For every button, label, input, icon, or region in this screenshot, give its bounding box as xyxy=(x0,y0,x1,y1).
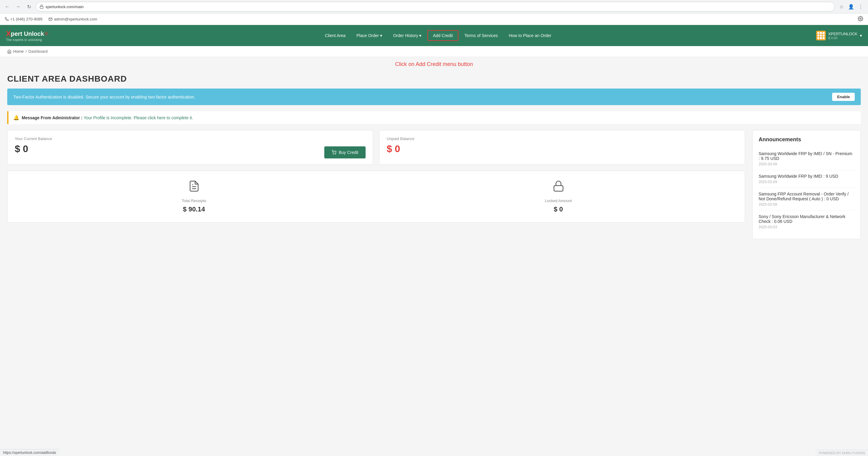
balance-label: Your Current Balance xyxy=(15,136,366,141)
balance-cards: Your Current Balance $ 0 Buy Credit Unpa… xyxy=(7,130,745,165)
twofa-enable-button[interactable]: Enable xyxy=(832,93,855,101)
svg-rect-6 xyxy=(554,186,563,191)
twofa-banner: Two-Factor Authentication is disabled. S… xyxy=(7,89,861,105)
account-info: XPERTUNLOCK $ 0.00 xyxy=(828,32,858,40)
browser-chrome: ← → ↻ xpertunlock.com/main ☆ 👤 ⋮ xyxy=(0,0,868,13)
phone-icon xyxy=(5,17,9,21)
logo-area: X pert Unlock ® The experts in unlocking xyxy=(6,30,48,41)
current-balance-card: Your Current Balance $ 0 Buy Credit xyxy=(7,130,373,165)
balance-amount: $ 0 xyxy=(15,143,28,155)
logo-tagline: The experts in unlocking xyxy=(6,38,48,41)
locked-value: $ 0 xyxy=(554,205,563,213)
breadcrumb-separator: / xyxy=(26,49,27,54)
back-button[interactable]: ← xyxy=(3,2,11,11)
unpaid-label: Unpaid Balance xyxy=(387,136,738,141)
receipts-value: $ 90.14 xyxy=(183,205,205,213)
left-col: Your Current Balance $ 0 Buy Credit Unpa… xyxy=(7,130,745,223)
email-info: admin@xpertunlock.com xyxy=(49,17,97,21)
announcement-item-1: Samsung Worldwide FRP by IMEI / SN - Pre… xyxy=(758,148,855,170)
page-title: CLIENT AREA DASHBOARD xyxy=(7,74,861,84)
top-info-bar: +1 (646) 270-9095 admin@xpertunlock.com xyxy=(0,13,868,25)
logo-pert: pert Unlock xyxy=(11,30,44,37)
forward-button[interactable]: → xyxy=(14,2,22,11)
browser-actions: ☆ 👤 ⋮ xyxy=(837,2,865,11)
settings-icon xyxy=(858,16,863,21)
breadcrumb: Home / Dashboard xyxy=(0,46,868,57)
announcement-item-3: Samsung FRP Account Removal - Order Veri… xyxy=(758,188,855,210)
main-layout: Your Current Balance $ 0 Buy Credit Unpa… xyxy=(7,130,861,239)
balance-card-header: $ 0 Buy Credit xyxy=(15,143,366,158)
profile-button[interactable]: 👤 xyxy=(847,2,855,11)
stats-card: Total Receipts $ 90.14 Locked Amount $ 0 xyxy=(7,171,745,223)
top-info-left: +1 (646) 270-9095 admin@xpertunlock.com xyxy=(5,17,97,21)
nav-order-history[interactable]: Order History ▾ xyxy=(388,31,426,40)
chevron-down-icon: ▾ xyxy=(419,33,421,38)
svg-point-3 xyxy=(335,154,336,154)
nav-account[interactable]: XPERTUNLOCK $ 0.00 ▾ xyxy=(816,31,862,40)
refresh-button[interactable]: ↻ xyxy=(25,2,33,11)
svg-point-2 xyxy=(333,154,333,154)
unpaid-balance-card: Unpaid Balance $ 0 xyxy=(379,130,745,165)
nav-place-order[interactable]: Place Order ▾ xyxy=(352,31,387,40)
bookmark-button[interactable]: ☆ xyxy=(837,2,846,11)
browser-toolbar: ← → ↻ xpertunlock.com/main ☆ 👤 ⋮ xyxy=(0,0,868,13)
page-content: CLIENT AREA DASHBOARD Two-Factor Authent… xyxy=(0,69,868,247)
chevron-down-icon: ▾ xyxy=(380,33,382,38)
receipts-stat: Total Receipts $ 90.14 xyxy=(15,180,373,213)
announcements-title: Announcements xyxy=(758,136,855,143)
svg-rect-0 xyxy=(40,6,43,8)
nav-add-credit[interactable]: Add Credit xyxy=(427,30,458,41)
unpaid-amount: $ 0 xyxy=(387,143,738,155)
nav-how-to[interactable]: How to Place an Order xyxy=(504,31,556,40)
breadcrumb-current: Dashboard xyxy=(28,49,48,54)
receipt-icon xyxy=(188,180,200,195)
receipts-label: Total Receipts xyxy=(182,198,207,203)
locked-label: Locked Amount xyxy=(545,198,572,203)
announcement-item-2: Samsung Worldwide FRP by IMEI : 9 USD 20… xyxy=(758,170,855,188)
home-icon xyxy=(7,50,11,54)
lock-icon xyxy=(39,4,44,9)
logo: X pert Unlock ® The experts in unlocking xyxy=(6,30,48,41)
announcements-list: Samsung Worldwide FRP by IMEI / SN - Pre… xyxy=(758,148,855,233)
cart-icon xyxy=(332,150,336,155)
nav-terms[interactable]: Terms of Services xyxy=(460,31,503,40)
receipt-svg-icon xyxy=(188,180,200,192)
buy-credit-button[interactable]: Buy Credit xyxy=(324,146,366,158)
nav-client-area[interactable]: Client Area xyxy=(320,31,350,40)
logo-trademark: ® xyxy=(44,31,48,36)
admin-message-link[interactable]: Your Profile is Incomplete. Please click… xyxy=(84,116,193,120)
hint-text: Click on Add Credit menu button xyxy=(0,57,868,69)
main-nav: X pert Unlock ® The experts in unlocking… xyxy=(0,25,868,46)
nav-right: XPERTUNLOCK $ 0.00 ▾ xyxy=(816,31,862,40)
announcement-item-4: Sony / Sony Ericsson Manufacturer & Netw… xyxy=(758,210,855,233)
announcements-panel: Announcements Samsung Worldwide FRP by I… xyxy=(752,130,861,239)
lock-icon xyxy=(553,180,564,195)
menu-button[interactable]: ⋮ xyxy=(857,2,865,11)
svg-point-1 xyxy=(860,18,861,20)
phone-info: +1 (646) 270-9095 xyxy=(5,17,42,21)
nav-links: Client Area Place Order ▾ Order History … xyxy=(60,30,816,41)
account-chevron-icon: ▾ xyxy=(860,33,862,38)
address-bar[interactable]: xpertunlock.com/main xyxy=(36,2,835,11)
locked-stat: Locked Amount $ 0 xyxy=(379,180,738,213)
account-grid-icon xyxy=(816,31,826,40)
email-icon xyxy=(49,17,53,21)
lock-svg-icon xyxy=(553,180,564,192)
admin-message: 🔔 Message From Administrator : Your Prof… xyxy=(7,111,861,124)
twofa-message: Two-Factor Authentication is disabled. S… xyxy=(13,95,195,99)
breadcrumb-home[interactable]: Home xyxy=(13,49,24,54)
settings-icon-area[interactable] xyxy=(858,16,863,22)
bell-icon: 🔔 xyxy=(13,115,19,121)
url-text: xpertunlock.com/main xyxy=(45,4,84,9)
logo-x: X xyxy=(6,30,11,38)
